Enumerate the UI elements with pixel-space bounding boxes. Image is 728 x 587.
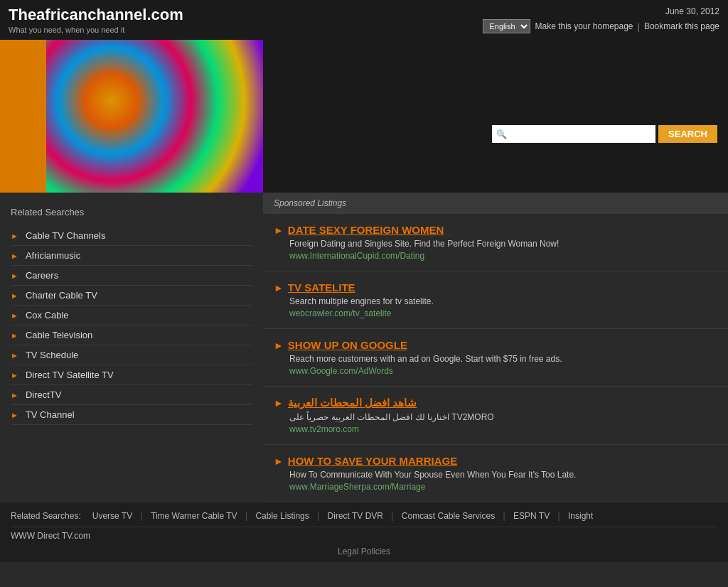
footer-separator: | [555,511,562,521]
footer-separator: | [138,511,145,521]
sidebar-item-label: TV Channel [26,409,75,420]
sidebar-arrow-icon: ► [11,291,18,300]
sidebar-item[interactable]: ►DirectTV [11,385,252,405]
sidebar-item[interactable]: ►Careers [11,266,252,286]
footer-direct-tv[interactable]: WWW Direct TV.com [11,531,717,541]
sidebar-item-label: Africianmusic [26,250,80,261]
footer-separator: | [315,511,322,521]
ads-list: ► DATE SEXY FOREIGN WOMEN Foreign Dating… [263,214,728,502]
hero-dark-area [263,40,728,193]
ad-desc: Reach more customers with an ad on Googl… [274,354,717,364]
search-input[interactable] [492,125,655,143]
ad-title[interactable]: TV SATELITE [288,281,355,294]
ad-desc: Search multiple engines for tv satelite. [274,296,717,306]
sidebar-item-label: Direct TV Satellite TV [26,370,114,380]
main-content: Related Searches ►Cable TV Channels►Afri… [0,193,728,502]
site-tagline: What you need, when you need it [9,26,183,34]
footer-related-label: Related Searches: [11,511,81,521]
hero-image [46,40,263,193]
ad-item: ► SHOW UP ON GOOGLE Reach more customers… [263,329,728,387]
sidebar-arrow-icon: ► [11,371,18,379]
legal-policies-link[interactable]: Legal Policies [338,546,390,556]
footer: Related Searches: Uverse TV | Time Warne… [0,502,728,562]
sponsored-bar: Sponsored Listings [263,193,728,214]
footer-link[interactable]: Uverse TV [87,511,138,521]
sidebar: Related Searches ►Cable TV Channels►Afri… [0,193,263,502]
ad-play-icon: ► [274,397,284,409]
sidebar-arrow-icon: ► [11,271,18,280]
sidebar-item[interactable]: ►Cox Cable [11,306,252,325]
search-box: 🔍 SEARCH [492,125,717,143]
search-button[interactable]: SEARCH [658,125,717,143]
footer-separator: | [500,511,508,521]
ad-desc: اختارنا لك افضل المحطات العربية حصرياً ع… [274,412,717,422]
ad-url[interactable]: www.InternationalCupid.com/Dating [274,251,717,261]
homepage-link[interactable]: Make this your homepage [535,21,633,31]
footer-link[interactable]: ESPN TV [508,511,555,521]
ad-play-icon: ► [274,225,284,236]
top-right: June 30, 2012 English French Make this y… [483,6,719,33]
ad-url[interactable]: www.MarriageSherpa.com/Marriage [274,482,717,492]
ad-desc: Foreign Dating and Singles Site. Find th… [274,239,717,249]
language-select[interactable]: English French [483,19,530,33]
footer-link[interactable]: Insight [562,511,599,521]
footer-separator: | [243,511,250,521]
sidebar-item[interactable]: ►Africianmusic [11,246,252,266]
sidebar-item[interactable]: ►Cable TV Channels [11,226,252,246]
sidebar-item[interactable]: ►Direct TV Satellite TV [11,365,252,385]
separator: | [638,21,640,32]
sidebar-item[interactable]: ►TV Channel [11,405,252,425]
ad-url[interactable]: www.tv2moro.com [274,424,717,434]
footer-link[interactable]: Time Warner Cable TV [145,511,243,521]
footer-link[interactable]: Comcast Cable Services [396,511,500,521]
ad-title[interactable]: SHOW UP ON GOOGLE [288,339,407,351]
sidebar-item-label: Cable Television [26,330,92,340]
ad-url[interactable]: www.Google.com/AdWords [274,366,717,376]
top-date: June 30, 2012 [665,6,719,16]
sidebar-item-label: Cox Cable [26,310,69,321]
ad-title-row: ► شاهد افضل المحطات العربية [274,397,717,409]
ad-title[interactable]: HOW TO SAVE YOUR MARRIAGE [288,455,457,467]
ad-url[interactable]: webcrawler.com/tv_satelite [274,308,717,318]
footer-link[interactable]: Cable Listings [250,511,314,521]
content-area: Sponsored Listings ► DATE SEXY FOREIGN W… [263,193,728,502]
footer-link[interactable]: Direct TV DVR [322,511,389,521]
footer-links-row: Related Searches: Uverse TV | Time Warne… [11,511,717,527]
sidebar-item[interactable]: ►Cable Television [11,325,252,345]
ad-title-row: ► HOW TO SAVE YOUR MARRIAGE [274,455,717,467]
sidebar-item-label: Charter Cable TV [26,290,97,301]
hero-banner: 🔍 SEARCH [0,40,728,193]
sidebar-arrow-icon: ► [11,252,18,260]
ad-title[interactable]: DATE SEXY FOREIGN WOMEN [288,224,444,236]
site-title-block: Theafricanchannel.com What you need, whe… [9,6,183,34]
top-bar: Theafricanchannel.com What you need, whe… [0,0,728,40]
search-icon: 🔍 [496,129,507,139]
sidebar-arrow-icon: ► [11,311,18,320]
ad-play-icon: ► [274,456,284,467]
sidebar-item[interactable]: ►Charter Cable TV [11,286,252,306]
footer-links-list: Uverse TV | Time Warner Cable TV | Cable… [87,511,599,521]
ad-item: ► HOW TO SAVE YOUR MARRIAGE How To Commu… [263,445,728,502]
footer-separator: | [389,511,396,521]
ad-item: ► شاهد افضل المحطات العربية اختارنا لك ا… [263,387,728,445]
sidebar-item-label: TV Schedule [26,350,78,360]
ad-play-icon: ► [274,340,284,351]
footer-legal: Legal Policies [11,546,717,556]
sidebar-item[interactable]: ►TV Schedule [11,345,252,365]
site-title[interactable]: Theafricanchannel.com [9,6,183,24]
top-links: English French Make this your homepage |… [483,19,719,33]
sidebar-arrow-icon: ► [11,411,18,419]
related-searches-title: Related Searches [11,207,252,217]
sidebar-items: ►Cable TV Channels►Africianmusic►Careers… [11,226,252,425]
ad-title[interactable]: شاهد افضل المحطات العربية [288,397,417,409]
sidebar-item-label: Careers [26,270,58,281]
sidebar-item-label: Cable TV Channels [26,230,106,241]
sidebar-item-label: DirectTV [26,389,62,400]
ad-title-row: ► TV SATELITE [274,281,717,294]
bookmark-link[interactable]: Bookmark this page [644,21,719,31]
ad-title-row: ► DATE SEXY FOREIGN WOMEN [274,224,717,236]
search-input-wrap: 🔍 [492,125,655,143]
ad-item: ► DATE SEXY FOREIGN WOMEN Foreign Dating… [263,214,728,271]
ad-item: ► TV SATELITE Search multiple engines fo… [263,271,728,329]
ad-desc: How To Communicate With Your Spouse Even… [274,470,717,480]
